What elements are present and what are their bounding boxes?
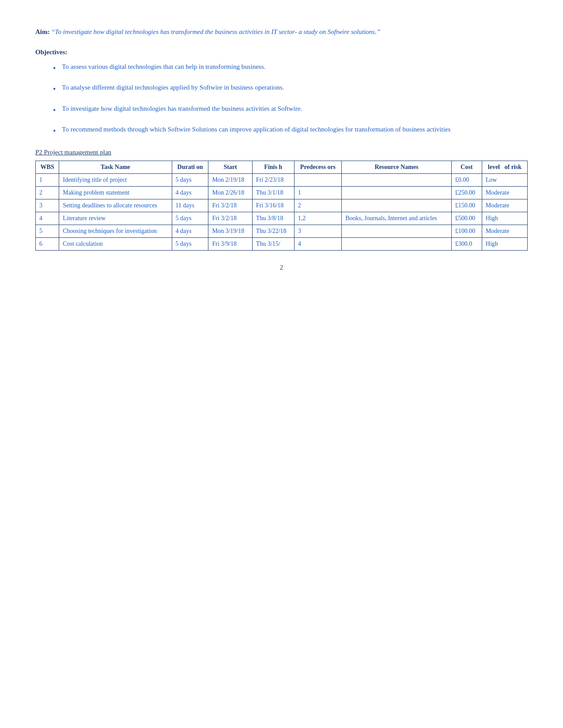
cell-risk: Moderate xyxy=(482,199,527,212)
cell-resources xyxy=(342,186,451,199)
cell-start: Fri 3/2/18 xyxy=(208,212,252,225)
table-row: 6 Cost calculation 5 days Fri 3/9/18 Thu… xyxy=(36,237,528,250)
col-predecessors: Predecess ors xyxy=(294,161,342,173)
cell-start: Fri 3/2/18 xyxy=(208,199,252,212)
cell-predecessors xyxy=(294,173,342,186)
cell-task: Literature review xyxy=(59,212,172,225)
cell-predecessors: 3 xyxy=(294,225,342,237)
cell-start: Mon 2/26/18 xyxy=(208,186,252,199)
cell-wbs: 6 xyxy=(36,237,59,250)
cell-duration: 5 days xyxy=(172,237,208,250)
cell-wbs: 2 xyxy=(36,186,59,199)
section-title: P2 Project management plan xyxy=(35,149,528,156)
cell-cost: £500.00 xyxy=(451,212,482,225)
cell-wbs: 4 xyxy=(36,212,59,225)
cell-resources xyxy=(342,199,451,212)
cell-resources xyxy=(342,173,451,186)
cell-resources xyxy=(342,237,451,250)
objectives-label: Objectives: xyxy=(35,49,528,56)
cell-finish: Thu 3/15/ xyxy=(252,237,294,250)
cell-task: Making problem statement xyxy=(59,186,172,199)
cell-predecessors: 2 xyxy=(294,199,342,212)
col-start: Start xyxy=(208,161,252,173)
cell-wbs: 3 xyxy=(36,199,59,212)
cell-task: Identifying title of project xyxy=(59,173,172,186)
cell-resources: Books, Journals, Internet and articles xyxy=(342,212,451,225)
project-table: WBS Task Name Durati on Start Finis h Pr… xyxy=(35,161,528,251)
cell-duration: 4 days xyxy=(172,225,208,237)
cell-finish: Thu 3/1/18 xyxy=(252,186,294,199)
table-row: 5 Choosing techniques for investigation … xyxy=(36,225,528,237)
col-duration: Durati on xyxy=(172,161,208,173)
cell-finish: Thu 3/8/18 xyxy=(252,212,294,225)
cell-task: Cost calculation xyxy=(59,237,172,250)
cell-risk: Low xyxy=(482,173,527,186)
cell-duration: 4 days xyxy=(172,186,208,199)
objectives-list: To assess various digital technologies t… xyxy=(53,61,528,138)
col-risk: level of risk xyxy=(482,161,527,173)
cell-cost: £0.00 xyxy=(451,173,482,186)
cell-resources xyxy=(342,225,451,237)
col-cost: Cost xyxy=(451,161,482,173)
cell-predecessors: 4 xyxy=(294,237,342,250)
cell-duration: 5 days xyxy=(172,212,208,225)
cell-cost: £150.00 xyxy=(451,199,482,212)
cell-wbs: 5 xyxy=(36,225,59,237)
cell-start: Mon 3/19/18 xyxy=(208,225,252,237)
table-row: 4 Literature review 5 days Fri 3/2/18 Th… xyxy=(36,212,528,225)
cell-task: Choosing techniques for investigation xyxy=(59,225,172,237)
cell-duration: 11 days xyxy=(172,199,208,212)
col-finish: Finis h xyxy=(252,161,294,173)
col-resources: Resource Names xyxy=(342,161,451,173)
cell-cost: £300.0 xyxy=(451,237,482,250)
aim-colon: : xyxy=(48,28,52,35)
cell-wbs: 1 xyxy=(36,173,59,186)
cell-finish: Thu 3/22/18 xyxy=(252,225,294,237)
list-item: To investigate how digital technologies … xyxy=(53,103,528,117)
cell-task: Setting deadlines to allocate resources xyxy=(59,199,172,212)
cell-predecessors: 1,2 xyxy=(294,212,342,225)
aim-section: Aim: “To investigate how digital technol… xyxy=(35,26,528,38)
cell-duration: 5 days xyxy=(172,173,208,186)
col-task: Task Name xyxy=(59,161,172,173)
aim-label: Aim xyxy=(35,28,48,35)
cell-start: Mon 2/19/18 xyxy=(208,173,252,186)
cell-start: Fri 3/9/18 xyxy=(208,237,252,250)
cell-cost: £100.00 xyxy=(451,225,482,237)
page-number: 2 xyxy=(35,264,528,271)
list-item: To assess various digital technologies t… xyxy=(53,61,528,75)
table-row: 3 Setting deadlines to allocate resource… xyxy=(36,199,528,212)
cell-risk: High xyxy=(482,237,527,250)
cell-cost: £250.00 xyxy=(451,186,482,199)
objectives-colon: : xyxy=(65,49,67,56)
table-row: 2 Making problem statement 4 days Mon 2/… xyxy=(36,186,528,199)
col-wbs: WBS xyxy=(36,161,59,173)
cell-finish: Fri 3/16/18 xyxy=(252,199,294,212)
list-item: To recommend methods through which Softw… xyxy=(53,124,528,138)
cell-risk: Moderate xyxy=(482,225,527,237)
cell-predecessors: 1 xyxy=(294,186,342,199)
cell-risk: Moderate xyxy=(482,186,527,199)
table-row: 1 Identifying title of project 5 days Mo… xyxy=(36,173,528,186)
cell-finish: Fri 2/23/18 xyxy=(252,173,294,186)
list-item: To analyse different digital technologie… xyxy=(53,82,528,96)
aim-text: “To investigate how digital technologies… xyxy=(51,28,380,35)
cell-risk: High xyxy=(482,212,527,225)
